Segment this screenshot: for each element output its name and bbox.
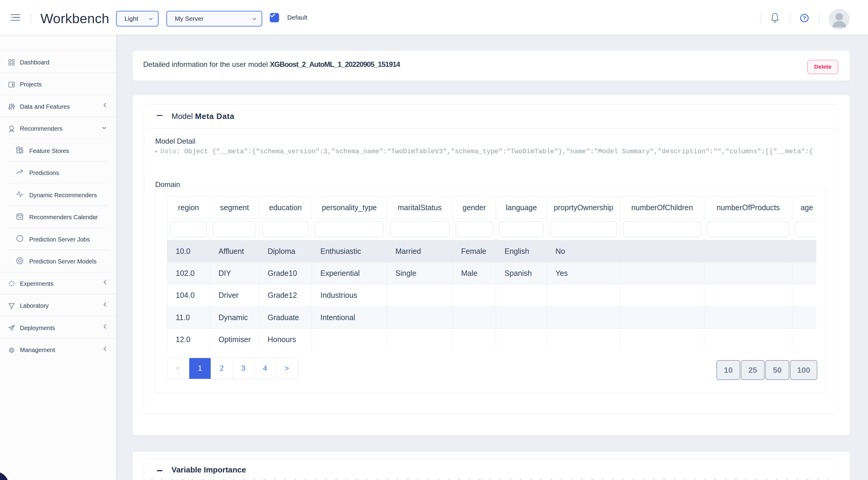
svg-text:?: ? bbox=[803, 15, 806, 21]
